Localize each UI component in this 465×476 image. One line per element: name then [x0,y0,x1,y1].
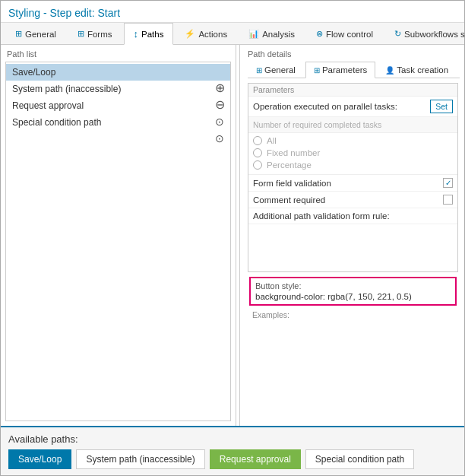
path-list-container: Save/Loop System path (inaccessible) Req… [5,62,231,421]
main-window: Styling - Step edit: Start ⊞ General ⊞ F… [0,0,465,476]
tab-general[interactable]: ⊞ General [5,23,66,44]
tab-forms[interactable]: ⊞ Forms [68,23,122,44]
radio-fixed-circle [253,148,262,157]
add-path-button[interactable]: ⊕ [212,81,227,96]
radio-percentage-circle [253,160,262,170]
comment-required-checkbox[interactable] [443,195,453,205]
path-item-special-condition[interactable]: Special condition path [6,114,230,131]
radio-percentage-label: Percentage [267,160,312,170]
button-style-box: Button style: background-color: rgba(7, … [249,277,457,306]
path-btn-system[interactable]: System path (inaccessible) [76,449,204,469]
inner-tab-parameters[interactable]: ⊞ Parameters [305,62,375,78]
button-style-label: Button style: [255,281,451,290]
path-list-controls: ⊕ ⊖ ⊙ ⊙ [212,81,227,146]
subworkflows-tab-icon: ↻ [394,29,401,39]
general-tab-icon: ⊞ [15,29,22,39]
move-down-button[interactable]: ⊙ [212,131,227,146]
path-item-save-loop[interactable]: Save/Loop [6,64,230,81]
comment-required-row: Comment required [248,192,457,208]
params-group-title: Parameters [248,84,457,97]
paths-tab-icon: ↕ [134,28,139,40]
path-list-label: Path list [5,49,231,59]
radio-percentage[interactable]: Percentage [253,159,453,171]
radio-fixed[interactable]: Fixed number [253,147,453,159]
move-up-button[interactable]: ⊙ [212,114,227,129]
analysis-tab-icon: 📊 [248,29,259,39]
content-area: Path list Save/Loop System path (inacces… [1,45,464,426]
main-tab-bar: ⊞ General ⊞ Forms ↕ Paths ⚡ Actions 📊 An… [1,23,464,45]
path-list: Save/Loop System path (inaccessible) Req… [6,62,230,132]
operation-row: Operation executed on parallel tasks: Se… [248,97,457,117]
window-title: Styling - Step edit: Start [8,7,457,19]
inner-task-icon: 👤 [385,66,394,75]
form-field-label: Form field validation [253,179,438,188]
num-required-header: Number of required completed tasks [248,117,457,133]
params-section: Parameters Operation executed on paralle… [248,83,460,421]
title-bar: Styling - Step edit: Start [1,1,464,23]
path-rule-area [248,224,457,271]
path-details-label: Path details [248,49,460,59]
operation-label: Operation executed on parallel tasks: [253,102,425,111]
path-buttons-row: Save/Loop System path (inaccessible) Req… [8,449,457,469]
inner-tab-general[interactable]: ⊞ General [248,62,304,78]
set-button[interactable]: Set [430,100,453,113]
inner-tab-bar: ⊞ General ⊞ Parameters 👤 Task creation [248,62,460,78]
available-paths-label: Available paths: [8,433,457,445]
radio-all[interactable]: All [253,135,453,147]
inner-params-icon: ⊞ [314,66,320,75]
radio-group: All Fixed number Percentage [248,133,457,174]
num-required-label: Number of required completed tasks [253,120,381,129]
parameters-group: Parameters Operation executed on paralle… [248,83,458,272]
remove-path-button[interactable]: ⊖ [212,97,227,113]
tab-flow-control[interactable]: ⊗ Flow control [306,23,383,44]
additional-path-row: Additional path validation form rule: [248,208,457,224]
actions-tab-icon: ⚡ [185,29,195,39]
radio-all-label: All [267,136,277,145]
path-btn-save-loop[interactable]: Save/Loop [8,449,71,469]
panel-divider [239,45,240,426]
tab-paths[interactable]: ↕ Paths [124,23,174,45]
tab-analysis[interactable]: 📊 Analysis [239,23,305,44]
flow-control-tab-icon: ⊗ [316,29,323,39]
tab-subworkflows[interactable]: ↻ Subworkflows set... [384,23,465,44]
button-style-value: background-color: rgba(7, 150, 221, 0.5) [255,292,451,301]
form-field-row: Form field validation ✓ [248,175,457,192]
inner-general-icon: ⊞ [256,66,262,75]
radio-fixed-label: Fixed number [267,148,320,157]
tab-actions[interactable]: ⚡ Actions [175,23,237,44]
path-btn-request-approval[interactable]: Request approval [210,449,301,469]
examples-label: Examples: [248,309,458,321]
forms-tab-icon: ⊞ [78,29,84,39]
additional-path-label: Additional path validation form rule: [253,211,453,221]
inner-tab-task-creation[interactable]: 👤 Task creation [377,62,457,78]
num-required-section: Number of required completed tasks All F… [248,117,457,175]
form-field-checkbox[interactable]: ✓ [443,178,453,188]
left-panel: Path list Save/Loop System path (inacces… [1,45,236,426]
right-panel: Path details ⊞ General ⊞ Parameters 👤 Ta… [243,45,464,426]
comment-required-label: Comment required [253,195,438,205]
radio-all-circle [253,136,262,145]
path-item-request-approval[interactable]: Request approval [6,97,230,114]
path-item-system[interactable]: System path (inaccessible) [6,81,230,97]
bottom-bar: Available paths: Save/Loop System path (… [1,426,464,475]
path-btn-special-condition[interactable]: Special condition path [305,449,414,469]
